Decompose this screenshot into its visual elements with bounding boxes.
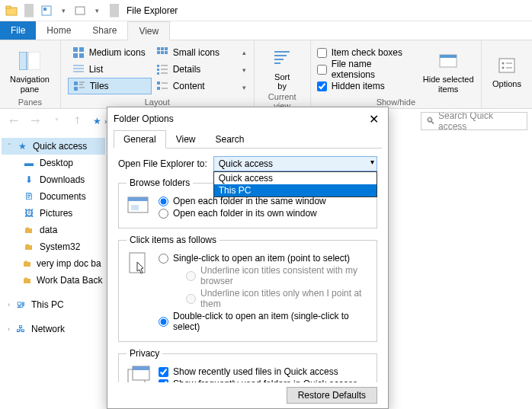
svg-rect-48 [131,205,139,210]
search-icon: 🔍︎ [426,116,435,126]
svg-rect-11 [157,47,160,50]
downloads-icon: ⬇ [23,174,35,186]
chevron-down-icon[interactable]: ▾ [56,4,70,18]
privacy-group: Privacy Show recently used files in Quic… [118,348,377,382]
tab-file[interactable]: File [0,21,36,40]
svg-rect-20 [157,65,159,67]
svg-point-43 [502,67,505,69]
navigation-pane-icon [18,49,42,73]
tree-downloads[interactable]: ⬇Downloads [2,171,105,188]
restore-defaults-button[interactable]: Restore Defaults [287,387,377,404]
gallery-up-icon[interactable]: ▴ [242,49,246,56]
radio-single-click[interactable]: Single-click to open an item (point to s… [159,253,369,264]
search-input[interactable]: 🔍︎ Search Quick access [421,112,527,130]
pc-icon: 🖳 [14,299,27,311]
options-icon [495,53,519,78]
chevron-down-icon: ▾ [370,158,374,166]
svg-rect-15 [161,51,164,54]
tree-pictures[interactable]: 🖼Pictures [2,205,105,222]
radio-double-click[interactable]: Double-click to open an item (single-cli… [159,311,369,332]
tab-general[interactable]: General [114,130,166,149]
tab-home[interactable]: Home [36,21,82,40]
layout-gallery: Medium icons Small icons List Details Ti… [67,43,236,96]
tree-quick-access[interactable]: ˅★Quick access [2,138,105,155]
tiles-icon [73,80,85,92]
options-button[interactable]: Options [488,43,526,96]
svg-rect-31 [157,81,160,85]
tree-data[interactable]: 🖿data [2,222,105,238]
gallery-more-icon[interactable]: ▾ [242,84,246,91]
tree-this-pc[interactable]: ›🖳This PC [2,296,105,313]
radio-same-window[interactable]: Open each folder in the same window [159,196,326,206]
ribbon: Navigation pane Panes Medium icons Small… [0,40,532,109]
svg-rect-4 [75,7,85,14]
tree-very-imp[interactable]: 🖿very imp doc ba [2,255,105,272]
svg-rect-40 [440,55,457,58]
svg-rect-14 [157,51,160,54]
tree-network[interactable]: ›🖧Network [2,321,105,337]
gallery-down-icon[interactable]: ▾ [242,66,246,74]
tree-system32[interactable]: 🖿System32 [2,238,105,255]
dialog-title: Folder Options [114,113,174,124]
recent-dropdown[interactable]: ˅ [47,112,66,130]
dialog-tabs: General View Search [114,130,382,149]
click-items-group: Click items as follows Single-click to o… [118,235,377,342]
nav-tree: ˅★Quick access ▬Desktop ⬇Downloads 🖹Docu… [0,133,107,409]
layout-tiles[interactable]: Tiles [68,78,152,94]
svg-rect-5 [19,52,27,70]
item-check-boxes[interactable]: Item check boxes [317,45,418,60]
svg-rect-47 [128,197,148,201]
close-button[interactable]: ✕ [365,112,382,126]
svg-rect-29 [74,87,78,91]
sort-icon [270,46,294,71]
sort-by-button[interactable]: Sort by [261,43,304,91]
desktop-icon: ▬ [23,157,35,169]
tree-desktop[interactable]: ▬Desktop [2,155,105,171]
svg-rect-52 [133,366,149,370]
qat-properties-icon[interactable] [40,4,53,18]
radio-underline-browser: Underline icon titles consistent with my… [186,265,369,286]
option-quick-access[interactable]: Quick access [214,172,377,184]
pictures-icon: 🖼 [23,207,35,219]
tab-share[interactable]: Share [82,21,127,40]
tab-search[interactable]: Search [206,130,255,149]
back-button[interactable]: 🡐 [5,112,23,130]
details-icon [156,63,168,75]
navigation-pane-button[interactable]: Navigation pane [6,43,53,96]
option-this-pc[interactable]: This PC [214,184,377,197]
svg-rect-6 [28,52,40,70]
folder-icon: 🖿 [23,241,35,253]
chevron-down-icon[interactable]: ▾ [90,4,104,18]
quick-access-star-icon: ★ [93,116,101,126]
forward-button[interactable]: 🡒 [26,112,44,130]
tree-work-data[interactable]: 🖿Work Data Back [2,272,105,289]
svg-rect-24 [157,72,159,75]
group-label-panes: Panes [6,96,54,108]
hidden-items[interactable]: Hidden items [317,78,418,94]
check-recent-files[interactable]: Show recently used files in Quick access [159,366,369,377]
folder-icon: 🖿 [23,224,35,236]
svg-rect-41 [499,59,514,72]
file-name-extensions[interactable]: File name extensions [317,62,418,77]
tree-documents[interactable]: 🖹Documents [2,188,105,205]
svg-rect-12 [161,47,164,50]
tab-view[interactable]: View [166,130,206,149]
radio-own-window[interactable]: Open each folder in its own window [159,208,326,219]
layout-small-icons[interactable]: Small icons [152,44,236,61]
network-icon: 🖧 [14,323,27,335]
svg-rect-3 [43,8,46,11]
layout-content[interactable]: Content [152,78,236,94]
svg-rect-33 [157,87,160,90]
open-explorer-to-select[interactable]: Quick access▾ Quick access This PC [213,156,377,171]
qat-new-folder-icon[interactable] [73,4,87,18]
up-button[interactable]: 🡑 [69,112,87,130]
open-explorer-to-dropdown: Quick access This PC [213,171,377,197]
layout-list[interactable]: List [68,61,152,78]
tab-view[interactable]: View [127,21,170,40]
svg-rect-10 [79,53,84,58]
layout-medium-icons[interactable]: Medium icons [68,44,152,61]
svg-rect-1 [6,6,11,8]
hide-selected-button[interactable]: Hide selected items [421,43,475,96]
layout-details[interactable]: Details [152,61,236,78]
svg-rect-26 [74,81,78,85]
